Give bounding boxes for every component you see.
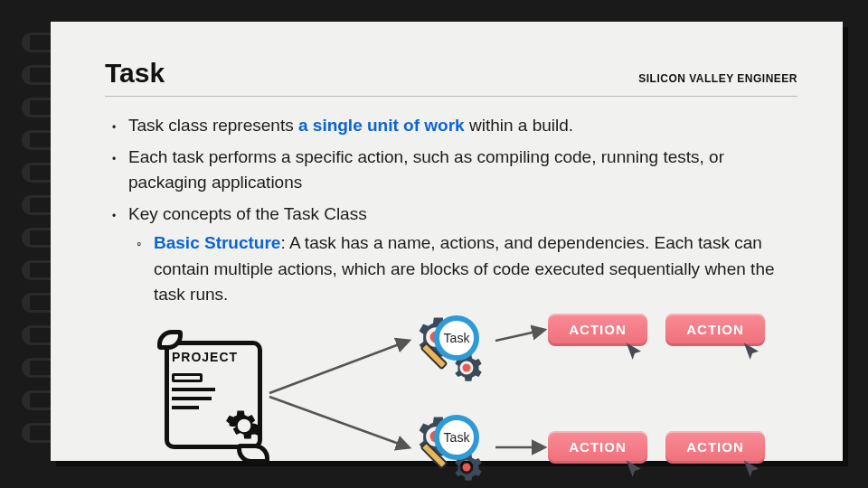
page-title: Task bbox=[105, 58, 165, 89]
bullet-item: Key concepts of the Task Class Basic Str… bbox=[128, 202, 797, 308]
sub-bullet-item: Basic Structure: A task has a name, acti… bbox=[154, 230, 797, 308]
emphasis-text: Basic Structure bbox=[154, 233, 280, 252]
gear-icon bbox=[224, 406, 264, 446]
svg-point-6 bbox=[463, 363, 471, 371]
text: Key concepts of the Task Class bbox=[128, 204, 367, 223]
bullet-item: Each task performs a specific action, su… bbox=[128, 145, 797, 196]
svg-line-1 bbox=[269, 397, 409, 447]
task-label: Task bbox=[434, 315, 479, 361]
brand-label: SILICON VALLEY ENGINEER bbox=[638, 72, 797, 85]
project-label: PROJECT bbox=[172, 350, 238, 364]
text: within a build. bbox=[465, 116, 573, 135]
slide-page: Task SILICON VALLEY ENGINEER Task class … bbox=[51, 22, 843, 461]
svg-point-4 bbox=[241, 421, 248, 428]
task-icon: Task bbox=[412, 413, 494, 485]
project-icon: PROJECT bbox=[159, 332, 268, 458]
task-icon: Task bbox=[412, 314, 494, 386]
svg-line-2 bbox=[495, 330, 544, 341]
svg-point-8 bbox=[463, 463, 471, 471]
text: Each task performs a specific action, su… bbox=[128, 147, 724, 192]
svg-line-0 bbox=[269, 341, 409, 393]
emphasis-text: a single unit of work bbox=[298, 116, 465, 135]
bullet-list: Task class represents a single unit of w… bbox=[105, 113, 797, 308]
bullet-item: Task class represents a single unit of w… bbox=[128, 113, 797, 139]
task-label: Task bbox=[434, 415, 479, 460]
sub-bullet-list: Basic Structure: A task has a name, acti… bbox=[128, 230, 797, 308]
diagram: PROJECT Task Task bbox=[159, 314, 797, 489]
text: Task class represents bbox=[128, 116, 298, 135]
slide-header: Task SILICON VALLEY ENGINEER bbox=[105, 58, 797, 97]
